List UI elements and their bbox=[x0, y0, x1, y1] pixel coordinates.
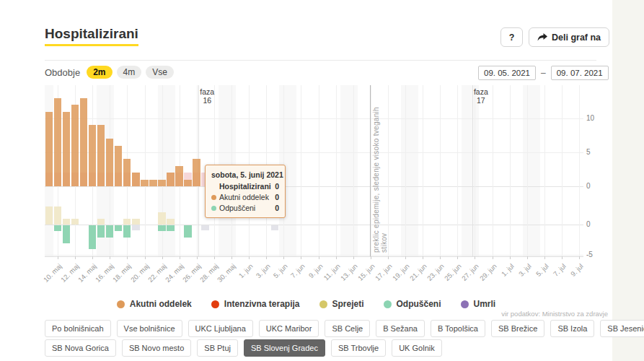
odpusceni-dot-icon bbox=[211, 206, 216, 211]
axis-tick bbox=[336, 256, 337, 259]
hospital-chip[interactable]: B Sežana bbox=[376, 320, 425, 337]
legend-item[interactable]: Akutni oddelek bbox=[117, 299, 192, 309]
bar-brez-podatka[interactable] bbox=[271, 225, 279, 230]
bar-odpusceni[interactable] bbox=[54, 225, 62, 231]
bar-odpusceni[interactable] bbox=[106, 225, 114, 238]
gridline-v bbox=[423, 85, 423, 256]
hospital-chip[interactable]: SB Celje bbox=[325, 320, 370, 337]
hospital-chip[interactable]: SB Jesenice bbox=[600, 320, 644, 337]
bar-sprejeti[interactable] bbox=[123, 219, 131, 225]
bar-akutni[interactable] bbox=[71, 105, 79, 186]
bar-brez-podatka[interactable] bbox=[201, 225, 209, 230]
hospital-chip[interactable]: SB Novo mesto bbox=[122, 339, 191, 357]
axis-tick bbox=[162, 256, 163, 259]
hospital-chip[interactable]: Vse bolnišnice bbox=[117, 320, 182, 337]
bar-odpusceni[interactable] bbox=[123, 225, 131, 238]
hospital-chip[interactable]: SB Trbovlje bbox=[331, 339, 386, 357]
y-tick-label: 5 bbox=[586, 148, 591, 156]
axis-tick bbox=[562, 256, 563, 259]
bar-akutni[interactable] bbox=[167, 173, 175, 186]
bar-akutni[interactable] bbox=[132, 173, 140, 186]
bar-sprejeti[interactable] bbox=[167, 219, 175, 225]
bar-odpusceni[interactable] bbox=[184, 225, 192, 238]
hospital-chip[interactable]: SB Nova Gorica bbox=[45, 339, 116, 357]
hospital-chip[interactable]: SB Izola bbox=[550, 320, 594, 337]
bar-akutni[interactable] bbox=[141, 180, 149, 186]
legend-dot-icon bbox=[211, 300, 219, 308]
axis-tick bbox=[231, 256, 232, 259]
bar-akutni[interactable] bbox=[123, 159, 131, 186]
gridline-v bbox=[440, 85, 441, 256]
bar-sprejeti[interactable] bbox=[97, 219, 105, 225]
legend-item[interactable]: Intenzivna terapija bbox=[211, 299, 300, 309]
bar-odpusceni[interactable] bbox=[158, 225, 166, 231]
axis-tick bbox=[127, 256, 128, 259]
bar-sprejeti[interactable] bbox=[63, 219, 71, 225]
legend-dot-icon bbox=[117, 300, 125, 308]
gridline-h bbox=[45, 255, 583, 256]
hospital-chip[interactable]: Po bolnišnicah bbox=[45, 320, 111, 337]
legend-item[interactable]: Umrli bbox=[461, 299, 496, 309]
axis-tick bbox=[266, 256, 267, 259]
axis-tick bbox=[110, 256, 110, 259]
gridline-v bbox=[475, 85, 475, 256]
akutni-dot-icon bbox=[211, 195, 216, 200]
y-tick-label: -5 bbox=[586, 251, 593, 258]
bar-sprejeti[interactable] bbox=[54, 206, 62, 225]
weekend-band bbox=[288, 85, 296, 256]
bar-akutni[interactable] bbox=[63, 112, 71, 186]
gridline-v bbox=[388, 85, 389, 256]
hospital-chip[interactable]: UKC Ljubljana bbox=[188, 320, 253, 337]
bar-sprejeti[interactable] bbox=[71, 219, 79, 225]
bar-sprejeti[interactable] bbox=[132, 219, 140, 225]
gridline-v bbox=[371, 85, 371, 256]
bar-akutni[interactable] bbox=[115, 146, 123, 186]
hospital-chip[interactable]: SB Slovenj Gradec bbox=[244, 339, 325, 357]
y-tick-label: 10 bbox=[586, 114, 594, 122]
gridline-h bbox=[45, 118, 583, 119]
axis-tick bbox=[319, 256, 319, 259]
axis-tick bbox=[214, 256, 215, 259]
hospital-chip[interactable]: B Topolšica bbox=[431, 320, 485, 337]
hospital-chip[interactable]: UKC Maribor bbox=[259, 320, 319, 337]
bar-odpusceni[interactable] bbox=[167, 225, 175, 231]
phase-line bbox=[472, 85, 473, 256]
bar-akutni[interactable] bbox=[193, 159, 200, 186]
chart-area[interactable]: sobota, 5. junij 2021 Hospitalizirani 0 … bbox=[0, 0, 612, 318]
bar-akutni[interactable] bbox=[184, 180, 192, 186]
legend-label: Odpuščeni bbox=[397, 299, 441, 309]
bar-akutni[interactable] bbox=[89, 125, 97, 186]
bar-akutni[interactable] bbox=[158, 180, 166, 186]
bar-brez-podatka[interactable] bbox=[132, 225, 140, 230]
axis-tick bbox=[405, 256, 406, 259]
bar-akutni[interactable] bbox=[80, 98, 88, 186]
bar-sprejeti[interactable] bbox=[158, 212, 166, 225]
hospital-chip[interactable]: SB Brežice bbox=[491, 320, 544, 337]
bar-akutni[interactable] bbox=[45, 112, 53, 186]
bar-akutni[interactable] bbox=[106, 139, 114, 186]
phase-label: faza17 bbox=[467, 87, 495, 105]
hospital-chip[interactable]: UK Golnik bbox=[392, 339, 442, 357]
bar-akutni[interactable] bbox=[149, 180, 157, 186]
weekend-band bbox=[531, 85, 540, 256]
bar-akutni[interactable] bbox=[175, 166, 183, 186]
bar-odpusceni[interactable] bbox=[97, 225, 105, 238]
gridline-v bbox=[493, 85, 493, 256]
bar-akutni[interactable] bbox=[54, 98, 62, 186]
hospital-chip[interactable]: SB Ptuj bbox=[197, 339, 238, 357]
bar-odpusceni[interactable] bbox=[115, 225, 123, 231]
axis-tick bbox=[388, 256, 389, 259]
legend-item[interactable]: Sprejeti bbox=[319, 299, 364, 309]
axis-tick bbox=[423, 256, 423, 259]
gridline-v bbox=[510, 85, 511, 256]
bar-sprejeti[interactable] bbox=[45, 206, 53, 225]
bar-odpusceni[interactable] bbox=[89, 225, 97, 249]
axis-tick bbox=[493, 256, 493, 259]
gridline-v bbox=[353, 85, 354, 256]
legend-dot-icon bbox=[461, 300, 469, 308]
bar-akutni[interactable] bbox=[97, 125, 105, 186]
legend-item[interactable]: Odpuščeni bbox=[384, 299, 441, 309]
legend-label: Sprejeti bbox=[332, 299, 364, 309]
gridline-v bbox=[145, 85, 146, 256]
bar-odpusceni[interactable] bbox=[63, 225, 71, 243]
